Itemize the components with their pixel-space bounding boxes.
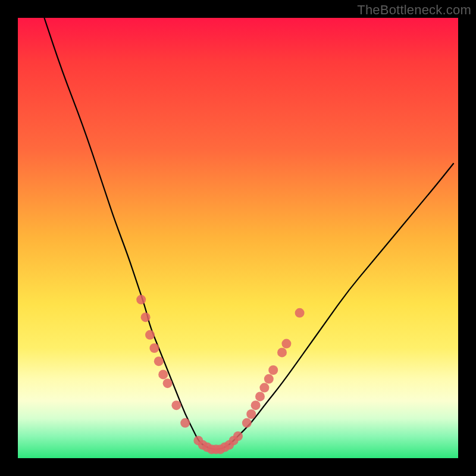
marker-dot xyxy=(136,295,146,305)
marker-dot xyxy=(295,308,305,318)
plot-area xyxy=(18,18,458,458)
marker-dot xyxy=(281,339,291,349)
marker-dot xyxy=(251,400,261,410)
marker-dot xyxy=(233,431,243,441)
marker-dot xyxy=(154,356,164,366)
marker-dot xyxy=(264,374,274,384)
marker-dot xyxy=(141,312,151,322)
marker-dot xyxy=(171,400,181,410)
marker-dot xyxy=(242,418,252,428)
marker-dot xyxy=(180,418,190,428)
chart-frame: TheBottleneck.com xyxy=(0,0,476,476)
bottleneck-curve xyxy=(44,18,453,449)
marker-dot xyxy=(163,378,173,388)
marker-group xyxy=(136,295,304,455)
marker-dot xyxy=(145,330,155,340)
marker-dot xyxy=(277,347,287,357)
watermark-text: TheBottleneck.com xyxy=(357,2,471,18)
marker-dot xyxy=(259,383,269,393)
marker-dot xyxy=(158,369,168,379)
chart-svg xyxy=(18,18,458,458)
marker-dot xyxy=(255,392,265,401)
marker-dot xyxy=(149,343,159,353)
marker-dot xyxy=(246,409,256,419)
marker-dot xyxy=(268,365,278,375)
